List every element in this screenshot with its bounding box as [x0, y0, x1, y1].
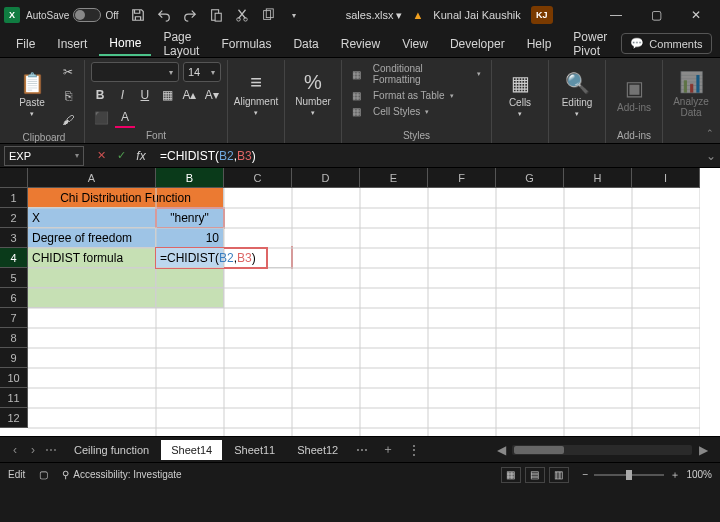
fill-color-button[interactable]: ⬛ [91, 108, 111, 128]
scroll-left-button[interactable]: ◀ [494, 443, 508, 457]
tab-home[interactable]: Home [99, 32, 151, 56]
cell-b4[interactable]: =CHIDIST(B2,B3) [156, 248, 224, 268]
col-header-b[interactable]: B [156, 168, 224, 188]
row-header-6[interactable]: 6 [0, 288, 28, 308]
name-box[interactable]: EXP ▾ [4, 146, 84, 166]
cell-a5[interactable] [28, 268, 156, 288]
cell-a2[interactable]: X [28, 208, 156, 228]
col-header-h[interactable]: H [564, 168, 632, 188]
enter-formula-button[interactable]: ✓ [112, 147, 130, 165]
font-size-combo[interactable]: 14 ▾ [183, 62, 221, 82]
cell-a4[interactable]: CHIDIST formula [28, 248, 156, 268]
sheet-tab-ceiling-function[interactable]: Ceiling function [64, 440, 159, 460]
insert-function-button[interactable]: fx [132, 147, 150, 165]
copy-icon[interactable] [259, 6, 277, 24]
row-header-12[interactable]: 12 [0, 408, 28, 428]
sheet-nav-ellipsis[interactable]: ⋯ [350, 443, 374, 457]
col-header-d[interactable]: D [292, 168, 360, 188]
scroll-right-button[interactable]: ▶ [696, 443, 710, 457]
cell-b6[interactable] [156, 288, 224, 308]
redo-icon[interactable] [181, 6, 199, 24]
workbook-filename[interactable]: sales.xlsx ▾ [346, 9, 403, 22]
sheet-tab-sheet14[interactable]: Sheet14 [161, 440, 222, 460]
new-sheet-button[interactable]: ＋ [376, 441, 400, 458]
decrease-font-button[interactable]: A▾ [203, 85, 221, 105]
cell-styles-button[interactable]: ▦Cell Styles▾ [348, 105, 485, 118]
sheet-options-button[interactable]: ⋮ [402, 443, 426, 457]
font-color-button[interactable]: A [115, 108, 135, 128]
editing-button[interactable]: 🔍 Editing ▾ [555, 62, 599, 126]
tab-help[interactable]: Help [517, 33, 562, 55]
tab-file[interactable]: File [6, 33, 45, 55]
zoom-in-button[interactable]: ＋ [670, 468, 680, 482]
scroll-thumb[interactable] [514, 446, 564, 454]
zoom-level[interactable]: 100% [686, 469, 712, 480]
row-header-9[interactable]: 9 [0, 348, 28, 368]
collapse-ribbon-button[interactable]: ⌃ [706, 128, 714, 138]
tab-formulas[interactable]: Formulas [211, 33, 281, 55]
conditional-formatting-button[interactable]: ▦Conditional Formatting▾ [348, 62, 485, 86]
cut-icon[interactable] [233, 6, 251, 24]
col-header-a[interactable]: A [28, 168, 156, 188]
row-header-7[interactable]: 7 [0, 308, 28, 328]
row-header-11[interactable]: 11 [0, 388, 28, 408]
underline-button[interactable]: U [136, 85, 154, 105]
copy-button[interactable]: ⎘ [58, 86, 78, 106]
row-header-1[interactable]: 1 [0, 188, 28, 208]
spreadsheet-grid[interactable]: A B C D E F G H I 1 2 3 4 5 6 7 8 9 10 1… [0, 168, 720, 436]
cell-b5[interactable] [156, 268, 224, 288]
increase-font-button[interactable]: A▴ [180, 85, 198, 105]
tab-view[interactable]: View [392, 33, 438, 55]
row-header-5[interactable]: 5 [0, 268, 28, 288]
row-header-3[interactable]: 3 [0, 228, 28, 248]
border-button[interactable]: ▦ [158, 85, 176, 105]
number-format-button[interactable]: % Number ▾ [291, 62, 335, 126]
accessibility-status[interactable]: ⚲ Accessibility: Investigate [62, 469, 181, 480]
zoom-slider[interactable] [594, 474, 664, 476]
tab-insert[interactable]: Insert [47, 33, 97, 55]
addins-button[interactable]: ▣ Add-ins [612, 62, 656, 126]
cut-button[interactable]: ✂ [58, 62, 78, 82]
col-header-c[interactable]: C [224, 168, 292, 188]
paste-button[interactable]: 📋 Paste ▾ [10, 62, 54, 126]
select-all-corner[interactable] [0, 168, 28, 188]
sheet-tab-sheet11[interactable]: Sheet11 [224, 440, 285, 460]
analyze-data-button[interactable]: 📊 Analyze Data [669, 62, 713, 126]
sheet-nav-more[interactable]: ⋯ [44, 443, 58, 457]
font-name-combo[interactable]: ▾ [91, 62, 179, 82]
cell-b2[interactable]: "henry" [156, 208, 224, 228]
format-as-table-button[interactable]: ▦Format as Table▾ [348, 89, 485, 102]
col-header-e[interactable]: E [360, 168, 428, 188]
row-header-2[interactable]: 2 [0, 208, 28, 228]
horizontal-scrollbar[interactable]: ◀ ▶ [428, 443, 716, 457]
row-header-8[interactable]: 8 [0, 328, 28, 348]
sheet-nav-prev[interactable]: ‹ [8, 443, 22, 457]
paste-special-icon[interactable] [207, 6, 225, 24]
col-header-i[interactable]: I [632, 168, 700, 188]
autosave-toggle[interactable]: AutoSave Off [26, 8, 119, 22]
col-header-g[interactable]: G [496, 168, 564, 188]
macro-record-icon[interactable]: ▢ [39, 469, 48, 480]
cell-a1[interactable]: Chi Distribution Function [28, 188, 224, 208]
cancel-formula-button[interactable]: ✕ [92, 147, 110, 165]
close-button[interactable]: ✕ [676, 0, 716, 30]
autosave-switch-icon[interactable] [73, 8, 101, 22]
tab-page-layout[interactable]: Page Layout [153, 26, 209, 62]
scroll-track[interactable] [512, 445, 692, 455]
sheet-nav-next[interactable]: › [26, 443, 40, 457]
bold-button[interactable]: B [91, 85, 109, 105]
user-avatar-badge[interactable]: KJ [531, 6, 553, 24]
view-page-break-button[interactable]: ▥ [549, 467, 569, 483]
tab-data[interactable]: Data [283, 33, 328, 55]
qat-dropdown-icon[interactable]: ▾ [285, 6, 303, 24]
signed-in-user[interactable]: Kunal Jai Kaushik [433, 9, 520, 21]
cell-a6[interactable] [28, 288, 156, 308]
maximize-button[interactable]: ▢ [636, 0, 676, 30]
comments-button[interactable]: 💬 Comments [621, 33, 711, 54]
row-header-10[interactable]: 10 [0, 368, 28, 388]
zoom-out-button[interactable]: − [583, 469, 589, 480]
alignment-button[interactable]: ≡ Alignment ▾ [234, 62, 278, 126]
tab-developer[interactable]: Developer [440, 33, 515, 55]
col-header-f[interactable]: F [428, 168, 496, 188]
tab-power-pivot[interactable]: Power Pivot [563, 26, 617, 62]
